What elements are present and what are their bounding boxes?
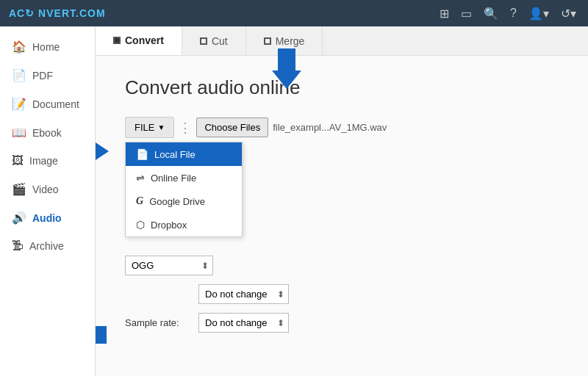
topbar-icons: ⊞ ▭ 🔍 ? 👤▾ ↺▾ xyxy=(437,4,579,24)
file-name-display: file_exampl...AV_1MG.wav xyxy=(273,122,387,133)
tab-convert-label: Convert xyxy=(125,35,164,46)
tab-merge-label: Merge xyxy=(276,35,305,47)
file-button-label: FILE xyxy=(135,122,154,133)
sidebar-item-document[interactable]: 📝 Document xyxy=(0,90,95,118)
format-select[interactable]: OGG MP3 WAV AAC FLAC M4A xyxy=(125,256,213,275)
dropdown-item-dropbox[interactable]: ⬡ Dropbox xyxy=(126,213,242,236)
logo: AC↻ NVERT.COM xyxy=(9,7,106,19)
sidebar-item-archive[interactable]: 🗜 Archive xyxy=(0,232,95,260)
sidebar-item-label: Video xyxy=(32,184,59,195)
sidebar-item-home[interactable]: 🏠 Home xyxy=(0,32,95,61)
dropdown-item-label: Google Drive xyxy=(149,196,205,207)
sidebar-item-audio[interactable]: 🔊 Audio xyxy=(0,203,95,232)
sidebar-item-image[interactable]: 🖼 Image xyxy=(0,147,95,175)
tabbar: Convert Cut Merge xyxy=(96,26,588,56)
layout: 🏠 Home 📄 PDF 📝 Document 📖 Ebook 🖼 Image … xyxy=(0,26,588,376)
tab-convert-indicator xyxy=(113,37,121,44)
dropdown-item-online-file[interactable]: ⇌ Online File xyxy=(126,166,242,189)
sample-rate-label: Sample rate: xyxy=(125,317,191,328)
quality-row: Do not change 64k 128k 192k 256k 320k xyxy=(125,284,559,304)
tab-convert[interactable]: Convert xyxy=(96,26,182,55)
format-row: OGG MP3 WAV AAC FLAC M4A xyxy=(125,256,559,275)
logo-text: AC↻ NVERT.COM xyxy=(9,7,106,19)
sample-rate-row: Sample rate: Do not change 22050 44100 4… xyxy=(125,313,559,333)
dropdown-arrow-icon: ▼ xyxy=(157,123,165,131)
choose-files-button[interactable]: Choose Files xyxy=(196,118,268,137)
arrow-down-indicator xyxy=(272,48,301,91)
svg-marker-2 xyxy=(96,320,107,350)
quality-select[interactable]: Do not change 64k 128k 192k 256k 320k xyxy=(198,284,289,304)
quality-select-wrapper: Do not change 64k 128k 192k 256k 320k xyxy=(198,284,289,304)
file-button[interactable]: FILE ▼ xyxy=(125,117,174,138)
sidebar-item-label: Audio xyxy=(32,212,62,224)
sidebar-item-pdf[interactable]: 📄 PDF xyxy=(0,61,95,90)
tab-cut-indicator xyxy=(200,37,207,45)
more-options-icon[interactable]: ⋮ xyxy=(179,120,192,136)
sidebar-item-label: Archive xyxy=(29,240,64,252)
sidebar-item-label: PDF xyxy=(32,70,53,82)
svg-marker-0 xyxy=(96,137,109,166)
ebook-icon: 📖 xyxy=(12,126,26,140)
sidebar-item-label: Image xyxy=(29,155,58,167)
arrow-right-indicator xyxy=(96,137,109,168)
tab-cut[interactable]: Cut xyxy=(182,26,246,55)
file-row: FILE ▼ ⋮ 📄 Local File ⇌ Online File G xyxy=(125,117,559,138)
document-icon: 📝 xyxy=(12,97,26,111)
main-content: Convert Cut Merge xyxy=(96,26,588,376)
home-icon: 🏠 xyxy=(12,40,26,54)
grid-icon[interactable]: ⊞ xyxy=(437,4,452,24)
dropdown-item-label: Local File xyxy=(154,149,196,160)
refresh-icon[interactable]: ↺▾ xyxy=(558,4,579,24)
online-file-icon: ⇌ xyxy=(136,172,145,184)
image-icon: 🖼 xyxy=(12,154,24,167)
dropbox-icon: ⬡ xyxy=(136,219,145,231)
svg-marker-1 xyxy=(272,48,301,89)
sample-rate-select[interactable]: Do not change 22050 44100 48000 xyxy=(198,313,289,333)
user-icon[interactable]: 👤▾ xyxy=(526,4,552,24)
sidebar-item-video[interactable]: 🎬 Video xyxy=(0,175,95,203)
arrow-left-indicator xyxy=(96,320,107,352)
dropdown-item-google-drive[interactable]: G Google Drive xyxy=(126,189,242,213)
help-icon[interactable]: ? xyxy=(507,4,520,23)
device-icon[interactable]: ▭ xyxy=(458,4,475,24)
sidebar-item-label: Ebook xyxy=(32,127,62,139)
pdf-icon: 📄 xyxy=(12,68,26,82)
google-drive-icon: G xyxy=(136,195,143,207)
format-select-wrapper: OGG MP3 WAV AAC FLAC M4A xyxy=(125,256,213,275)
topbar: AC↻ NVERT.COM ⊞ ▭ 🔍 ? 👤▾ ↺▾ xyxy=(0,0,588,26)
audio-icon: 🔊 xyxy=(12,211,26,225)
file-dropdown-menu: 📄 Local File ⇌ Online File G Google Driv… xyxy=(125,142,243,237)
sample-rate-select-wrapper: Do not change 22050 44100 48000 xyxy=(198,313,289,333)
content-area: Convert audio online FILE ▼ ⋮ 📄 Local Fi… xyxy=(96,56,588,356)
sidebar-item-ebook[interactable]: 📖 Ebook xyxy=(0,118,95,147)
tab-merge-indicator xyxy=(264,37,271,45)
sidebar-item-label: Document xyxy=(32,98,79,110)
archive-icon: 🗜 xyxy=(12,239,24,253)
tab-cut-label: Cut xyxy=(212,35,228,47)
sidebar-item-label: Home xyxy=(32,41,60,53)
dropdown-item-label: Online File xyxy=(151,173,196,184)
sidebar: 🏠 Home 📄 PDF 📝 Document 📖 Ebook 🖼 Image … xyxy=(0,26,96,376)
page-title: Convert audio online xyxy=(125,76,559,99)
dropdown-item-local-file[interactable]: 📄 Local File xyxy=(126,142,242,166)
dropdown-item-label: Dropbox xyxy=(151,220,187,231)
local-file-icon: 📄 xyxy=(136,148,148,160)
video-icon: 🎬 xyxy=(12,182,26,196)
search-icon[interactable]: 🔍 xyxy=(481,4,501,24)
